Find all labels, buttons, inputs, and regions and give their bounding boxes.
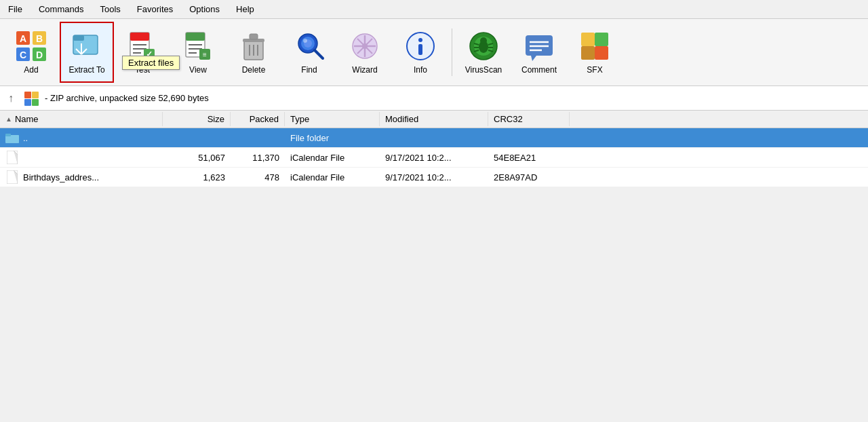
- navigate-up-button[interactable]: ↑: [4, 91, 18, 106]
- svg-rect-66: [24, 92, 31, 98]
- svg-rect-69: [32, 99, 39, 106]
- file-type-cell: iCalendar File: [285, 170, 380, 185]
- file-crc32-cell: 2E8A97AD: [488, 170, 570, 185]
- address-bar: ↑ - ZIP archive, unpacked size 52,690 by…: [0, 86, 868, 111]
- view-label: View: [189, 65, 207, 75]
- col-size[interactable]: Size: [163, 112, 231, 126]
- extract-to-label: Extract To: [68, 65, 104, 75]
- svg-point-37: [303, 39, 307, 43]
- wizard-button[interactable]: Wizard: [338, 22, 392, 83]
- file-size-cell: [163, 135, 231, 140]
- svg-rect-71: [5, 134, 11, 136]
- menu-options[interactable]: Options: [186, 3, 222, 16]
- file-size-cell: 51,067: [163, 150, 231, 166]
- file-modified-cell: 9/17/2021 10:2...: [380, 150, 488, 166]
- extract-to-button[interactable]: Extract To Extract files: [60, 22, 114, 83]
- folder-icon: [5, 131, 19, 145]
- file-icon: [5, 170, 19, 184]
- sfx-button[interactable]: SFX: [568, 22, 622, 83]
- svg-point-45: [418, 38, 422, 42]
- col-modified[interactable]: Modified: [380, 112, 488, 126]
- file-packed-cell: 478: [231, 170, 285, 185]
- svg-rect-65: [595, 33, 608, 46]
- svg-rect-63: [595, 46, 608, 60]
- svg-point-50: [480, 37, 487, 44]
- table-row[interactable]: 51,067 11,370 iCalendar File 9/17/2021 1…: [0, 148, 868, 168]
- sfx-label: SFX: [587, 65, 602, 75]
- menu-favorites[interactable]: Favorites: [134, 3, 176, 16]
- toolbar-separator: [452, 28, 452, 76]
- file-packed-cell: [231, 135, 285, 140]
- address-path: - ZIP archive, unpacked size 52,690 byte…: [45, 93, 864, 103]
- file-packed-cell: 11,370: [231, 150, 285, 166]
- comment-button[interactable]: Comment: [512, 22, 566, 83]
- menu-commands[interactable]: Commands: [36, 3, 86, 16]
- col-packed[interactable]: Packed: [231, 112, 285, 126]
- file-crc32-cell: 54E8EA21: [488, 150, 570, 166]
- delete-icon: [237, 30, 270, 62]
- file-type-cell: iCalendar File: [285, 150, 380, 166]
- svg-rect-9: [73, 35, 84, 41]
- svg-point-43: [362, 43, 368, 49]
- info-label: Info: [414, 65, 427, 75]
- svg-rect-21: [186, 33, 205, 41]
- svg-rect-14: [130, 33, 149, 41]
- svg-rect-64: [581, 33, 595, 46]
- virusscan-label: VirusScan: [465, 65, 502, 75]
- test-button[interactable]: ✓ Test: [115, 22, 170, 83]
- file-name-cell: [0, 148, 163, 167]
- svg-rect-62: [581, 46, 595, 60]
- svg-text:C: C: [20, 50, 26, 60]
- svg-marker-58: [531, 56, 536, 61]
- add-icon: A B C D: [15, 30, 47, 62]
- find-icon: [293, 30, 326, 62]
- file-name-cell: ..: [0, 128, 163, 147]
- svg-text:B: B: [36, 33, 43, 44]
- svg-rect-67: [32, 92, 39, 98]
- svg-rect-68: [24, 99, 31, 106]
- file-modified-cell: [380, 135, 488, 140]
- col-name[interactable]: ▲ Name: [0, 112, 163, 126]
- svg-line-35: [315, 50, 323, 58]
- archive-icon: [23, 90, 39, 107]
- menu-file[interactable]: File: [5, 3, 25, 16]
- comment-icon: [523, 30, 555, 62]
- wizard-icon: [349, 30, 381, 62]
- table-row[interactable]: Birthdays_addres... 1,623 478 iCalendar …: [0, 168, 868, 187]
- toolbar: A B C D Add Extract To Extract files: [0, 19, 868, 86]
- find-button[interactable]: Find: [282, 22, 336, 83]
- file-list: .. File folder 51,067 11,370 iCalendar F…: [0, 128, 868, 187]
- file-size-cell: 1,623: [163, 170, 231, 185]
- svg-rect-46: [418, 44, 422, 55]
- view-icon: ≡: [182, 30, 214, 62]
- virusscan-icon: [467, 30, 500, 62]
- col-type[interactable]: Type: [285, 112, 380, 126]
- find-label: Find: [301, 65, 317, 75]
- file-crc32-cell: [488, 135, 570, 140]
- menu-tools[interactable]: Tools: [97, 3, 123, 16]
- menu-help[interactable]: Help: [233, 3, 257, 16]
- sfx-icon: [578, 30, 611, 62]
- comment-label: Comment: [521, 65, 557, 75]
- view-button[interactable]: ≡ View: [171, 22, 225, 83]
- svg-text:D: D: [36, 50, 43, 60]
- file-modified-cell: 9/17/2021 10:2...: [380, 170, 488, 185]
- delete-label: Delete: [242, 65, 266, 75]
- menu-bar: File Commands Tools Favorites Options He…: [0, 0, 868, 19]
- file-type-cell: File folder: [285, 130, 380, 146]
- file-name-cell: Birthdays_addres...: [0, 168, 163, 187]
- add-button[interactable]: A B C D Add: [4, 22, 58, 83]
- svg-text:A: A: [20, 33, 26, 44]
- delete-button[interactable]: Delete: [226, 22, 281, 83]
- col-crc32[interactable]: CRC32: [488, 112, 570, 126]
- extract-to-icon: [71, 30, 103, 62]
- wizard-label: Wizard: [352, 65, 377, 75]
- svg-rect-29: [250, 34, 258, 39]
- add-label: Add: [24, 65, 38, 75]
- file-icon: [5, 151, 19, 164]
- table-row[interactable]: .. File folder: [0, 128, 868, 148]
- virusscan-button[interactable]: VirusScan: [456, 22, 511, 83]
- info-button[interactable]: Info: [393, 22, 448, 83]
- extract-files-tooltip: Extract files: [122, 56, 180, 70]
- column-headers: ▲ Name Size Packed Type Modified CRC32: [0, 111, 868, 128]
